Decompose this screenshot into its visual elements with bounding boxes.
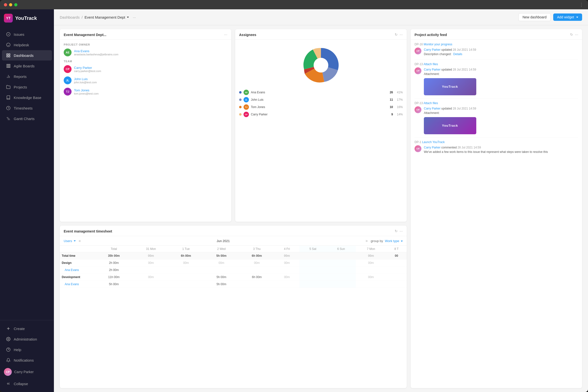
legend-count-3: 9 [387, 113, 393, 116]
row-val-total-1: 6h 00m [168, 252, 204, 260]
activity-avatar-3: CP [414, 145, 422, 152]
sidebar-item-notifications[interactable]: Notifications [2, 355, 52, 365]
users-chevron-icon [74, 240, 76, 242]
row-val-design-ana-1 [168, 266, 204, 274]
sidebar-item-gantt-charts[interactable]: Gantt Charts [2, 114, 52, 124]
sidebar-item-timesheets[interactable]: Timesheets [2, 103, 52, 113]
sidebar-item-administration[interactable]: Administration [2, 334, 52, 344]
activity-ref-0: DP-16 Monitor your progress [414, 43, 578, 46]
sidebar-user[interactable]: CP Carry Parker [0, 366, 54, 378]
project-widget-actions[interactable]: ··· [224, 32, 227, 37]
row-label-design-ana[interactable]: Ana Evans [60, 266, 94, 274]
chart-icon [6, 74, 11, 79]
sidebar-item-agile-boards[interactable]: Agile Boards [2, 61, 52, 71]
sidebar-item-helpdesk[interactable]: Helpdesk [2, 40, 52, 50]
activity-row-0: CP Carry Parker updated 28 Jul 2021 14:5… [414, 48, 578, 56]
bell-icon [6, 358, 11, 362]
legend-name-3: Carry Parker [251, 113, 385, 116]
legend-avatar-2: TJ [244, 104, 249, 110]
minimize-button[interactable] [9, 3, 12, 6]
breadcrumb-root[interactable]: Dashboards [60, 15, 80, 19]
team-info-0: Carry Parker carry.parker@test.com [74, 66, 101, 72]
assignees-widget-actions[interactable]: ↻ ··· [395, 32, 403, 37]
new-dashboard-button[interactable]: New dashboard [518, 13, 551, 21]
activity-ref-2: DP-13 Attach files [414, 102, 578, 105]
timesheet-table-container: Total 31 Mon 1 Tue 2 Wed 3 Thu 4 Fri 5 S… [60, 246, 407, 288]
breadcrumb-options[interactable]: ··· [133, 15, 136, 19]
activity-user-1[interactable]: Carry Parker [424, 68, 440, 71]
maximize-button[interactable] [14, 3, 18, 6]
col-header-3thu: 3 Thu [239, 246, 275, 252]
sidebar: YT YouTrack Issues [0, 9, 54, 392]
legend-pct-0: 41% [395, 91, 403, 94]
titlebar-menu[interactable]: ⋮ [579, 2, 584, 7]
activity-issue-title-1[interactable]: Attach files [424, 62, 438, 66]
team-name-0[interactable]: Carry Parker [74, 66, 101, 70]
activity-issue-title-3[interactable]: Launch YouTrack [422, 140, 445, 144]
activity-avatar-1: CP [414, 68, 422, 74]
refresh-icon[interactable]: ↻ [395, 32, 398, 37]
timesheet-widget-header: Event management timesheet ↻ ··· [60, 226, 407, 236]
options-activity-icon[interactable]: ··· [575, 32, 578, 37]
sidebar-item-reports[interactable]: Reports [2, 71, 52, 82]
refresh-timesheet-icon[interactable]: ↻ [395, 229, 398, 234]
sidebar-item-help[interactable]: Help [2, 344, 52, 355]
sidebar-item-knowledge-base[interactable]: Knowledge Base [2, 92, 52, 103]
attachment-preview-2: YouTrack [424, 117, 476, 134]
options-timesheet-icon[interactable]: ··· [400, 229, 403, 234]
row-val-total-4: 00m [275, 252, 300, 260]
row-val-dev-3: 6h 00m [239, 274, 275, 281]
row-total-development: 11h 00m [94, 274, 134, 281]
activity-avatar-2: CP [414, 106, 422, 113]
prev-month-button[interactable]: « [79, 239, 81, 243]
table-row-total: Total time 35h 00m 00m 6h 00m 5h 00m 6h … [60, 252, 407, 260]
legend-avatar-3: CP [244, 112, 249, 117]
col-header-2wed: 2 Wed [204, 246, 239, 252]
activity-issue-title-2[interactable]: Attach files [424, 102, 438, 105]
team-label: TEAM [64, 60, 227, 63]
team-member-2: TJ Tom Jones tom.jones@test.com [64, 88, 227, 96]
timesheet-widget-actions[interactable]: ↻ ··· [395, 229, 403, 234]
row-val-dev-ana-4 [275, 281, 300, 288]
team-name-1[interactable]: John Luis [74, 77, 97, 81]
add-widget-button[interactable]: Add widget [553, 14, 582, 21]
group-by-value[interactable]: Work type [385, 239, 403, 243]
activity-link-0[interactable]: Details [453, 52, 462, 56]
breadcrumb-chevron-icon[interactable] [127, 17, 129, 18]
activity-issue-title-0[interactable]: Monitor your progress [424, 43, 452, 46]
col-header-7mon: 7 Mon [356, 246, 386, 252]
legend-row-2: TJ Tom Jones 10 16% [239, 104, 403, 111]
owner-name[interactable]: Ana Evans [74, 49, 118, 53]
nav-label-collapse: Collapse [14, 382, 28, 386]
next-month-button[interactable]: » [366, 239, 368, 243]
activity-user-2[interactable]: Carry Parker [424, 107, 440, 110]
users-filter-button[interactable]: Users [64, 239, 76, 243]
sidebar-item-dashboards[interactable]: Dashboards [2, 50, 52, 60]
dashboard-icon [6, 53, 11, 58]
sidebar-item-projects[interactable]: Projects [2, 82, 52, 92]
sidebar-item-collapse[interactable]: Collapse [2, 378, 52, 389]
sidebar-item-issues[interactable]: Issues [2, 29, 52, 40]
assignees-legend: AE Ana Evans 26 41% JL John Luis 11 17% [239, 89, 403, 118]
row-val-design-3: 00m [239, 260, 275, 266]
options-icon[interactable]: ··· [400, 32, 403, 37]
activity-widget-title: Project activity feed [414, 33, 447, 37]
activity-user-3[interactable]: Carry Parker [424, 146, 440, 149]
row-val-dev-4: 00m [275, 274, 300, 281]
logo[interactable]: YT YouTrack [0, 9, 54, 27]
activity-widget-actions[interactable]: ↻ ··· [570, 32, 578, 37]
breadcrumb-separator: / [82, 15, 82, 19]
activity-user-0[interactable]: Carry Parker [424, 48, 440, 52]
nav-label-timesheets: Timesheets [14, 106, 32, 110]
team-name-2[interactable]: Tom Jones [74, 88, 98, 92]
legend-dot-2 [239, 106, 242, 108]
refresh-activity-icon[interactable]: ↻ [570, 32, 573, 37]
row-val-dev-ana-5 [300, 281, 326, 288]
close-button[interactable] [4, 3, 7, 6]
row-val-design-ana-2 [204, 266, 239, 274]
row-label-dev-ana[interactable]: Ana Evans [60, 281, 94, 288]
sidebar-item-create[interactable]: Create [2, 324, 52, 334]
row-total-dev-ana: 5h 00m [94, 281, 134, 288]
timesheet-tbody: Total time 35h 00m 00m 6h 00m 5h 00m 6h … [60, 252, 407, 288]
legend-avatar-0: AE [244, 90, 249, 95]
